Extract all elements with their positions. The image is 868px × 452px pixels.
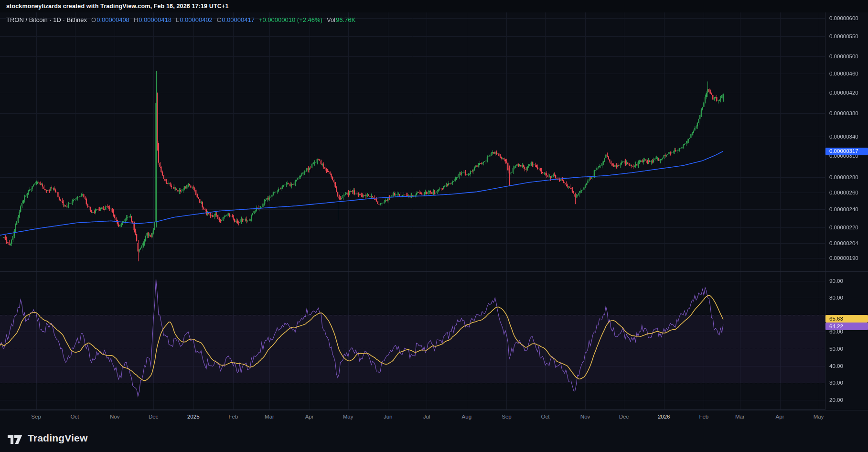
time-label-month: Jun [384, 414, 393, 420]
time-label-month: Nov [580, 414, 590, 420]
symbol-title[interactable]: TRON / Bitcoin · 1D · Bitfinex [6, 16, 87, 23]
price-tick: 0.00000190 [829, 255, 858, 261]
price-tick: 0.00000420 [829, 90, 858, 96]
rsi-tick: 50.00 [829, 346, 843, 352]
rsi-tick: 90.00 [829, 278, 843, 284]
price-tick: 0.00000220 [829, 225, 858, 230]
time-label-month: May [814, 414, 824, 420]
rsi-tick: 40.00 [829, 363, 843, 369]
ma-price-label: 0.00000317 [825, 148, 868, 155]
price-tick: 0.00000500 [829, 54, 858, 59]
price-tick: 0.00000460 [829, 71, 858, 76]
price-tick: 0.00000550 [829, 33, 858, 39]
price-tick: 0.00000340 [829, 134, 858, 140]
time-label-month: Jul [423, 414, 430, 420]
price-tick: 0.00000204 [829, 240, 858, 246]
rsi-tick: 30.00 [829, 380, 843, 386]
time-label-month: Oct [541, 414, 549, 420]
time-axis[interactable]: SepOctNovDec2025FebMarAprMayJunJulAugSep… [0, 410, 868, 424]
price-tick: 0.00000280 [829, 174, 858, 180]
time-label-month: Feb [228, 414, 238, 420]
banner-text: stockmoneylizards created with TradingVi… [6, 3, 229, 10]
time-label-month: Nov [110, 414, 119, 420]
time-label-month: Aug [462, 414, 472, 420]
price-tick: 0.00000600 [829, 15, 858, 21]
rsi-tick: 20.00 [829, 397, 843, 403]
price-tick: 0.00000240 [829, 206, 858, 212]
price-axis[interactable]: 0.00000317 65.63 64.22 0.000006000.00000… [825, 12, 868, 410]
time-label-month: Dec [149, 414, 158, 420]
time-label-month: Feb [699, 414, 708, 420]
attribution-banner: stockmoneylizards created with TradingVi… [0, 0, 868, 12]
rsi-ma-label: 65.63 [825, 315, 868, 323]
tradingview-logo[interactable] [8, 432, 22, 444]
footer-bar: TradingView [0, 424, 868, 452]
price-tick: 0.00000380 [829, 110, 858, 116]
chart-area: TRON / Bitcoin · 1D · Bitfinex O0.000004… [0, 12, 868, 424]
time-label-month: Oct [71, 414, 79, 420]
time-label-month: Apr [305, 414, 314, 420]
time-label-month: Sep [502, 414, 511, 420]
brand-text: TradingView [28, 432, 88, 444]
time-label-month: May [343, 414, 354, 420]
time-label-year: 2025 [187, 414, 200, 420]
time-label-month: Sep [31, 414, 41, 420]
time-label-month: Mar [735, 414, 745, 420]
rsi-value-label: 64.22 [825, 323, 868, 330]
chart-canvas[interactable] [0, 12, 825, 410]
time-label-month: Apr [776, 414, 784, 420]
price-tick: 0.00000260 [829, 190, 858, 195]
time-label-month: Dec [619, 414, 629, 420]
time-label-month: Mar [265, 414, 274, 420]
time-label-year: 2026 [658, 414, 670, 420]
rsi-tick: 80.00 [829, 295, 843, 301]
pane-divider[interactable] [0, 271, 868, 272]
